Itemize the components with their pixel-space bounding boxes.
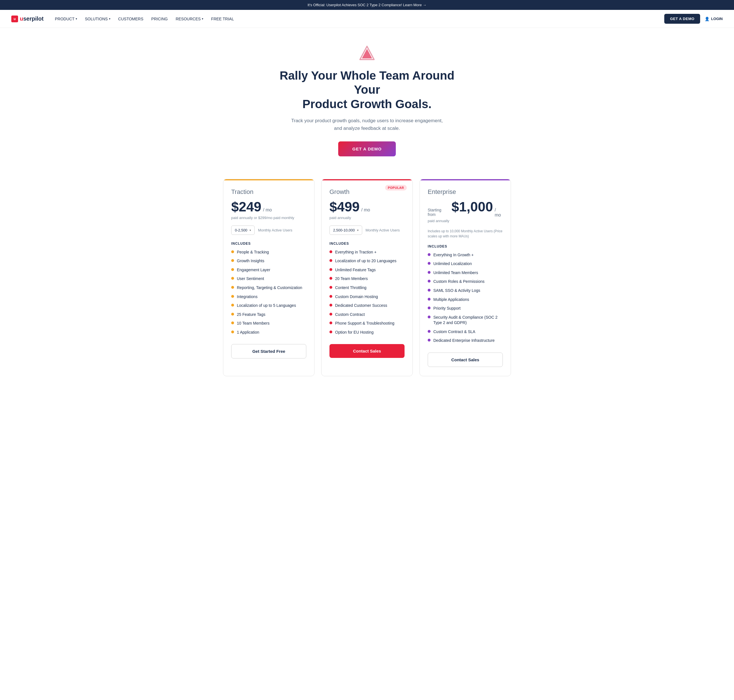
- nav-right: GET A DEMO 👤 LOGIN: [664, 14, 723, 24]
- price-amount: $499: [329, 199, 360, 215]
- feature-item: Everything in Traction +: [329, 250, 405, 255]
- bullet-dot: [329, 322, 332, 324]
- nav-customers[interactable]: CUSTOMERS: [118, 17, 143, 21]
- feature-item: Integrations: [231, 294, 306, 300]
- feature-text: Custom Contract: [335, 312, 365, 318]
- popular-badge: POPULAR: [385, 185, 407, 191]
- feature-item: 10 Team Members: [231, 321, 306, 326]
- nav-free-trial[interactable]: FREE TRIAL: [211, 17, 234, 21]
- feature-text: Content Throttling: [335, 285, 366, 291]
- feature-text: Unlimited Feature Tags: [335, 267, 376, 273]
- feature-item: Priority Support: [428, 306, 503, 311]
- includes-label: INCLUDES: [329, 242, 405, 246]
- bullet-dot: [428, 280, 431, 282]
- feature-text: Reporting, Targeting & Customization: [237, 285, 302, 291]
- hero-subtext: Track your product growth goals, nudge u…: [288, 117, 446, 132]
- pricing-section: Traction $249 / mo paid annually or $299…: [212, 168, 522, 393]
- feature-item: Dedicated Enterprise Infrastructure: [428, 338, 503, 344]
- feature-text: Engagement Layer: [237, 267, 270, 273]
- price-starting: Starting from: [428, 208, 449, 217]
- mau-value: 2,500-10,000: [333, 228, 355, 232]
- bullet-dot: [428, 330, 431, 333]
- feature-list: Everything In Growth + Unlimited Localiz…: [428, 252, 503, 344]
- price-note: paid annually or $299/mo paid monthly: [231, 216, 306, 220]
- feature-item: Engagement Layer: [231, 267, 306, 273]
- nav-resources[interactable]: RESOURCES ▾: [176, 17, 203, 21]
- feature-item: Growth Insights: [231, 258, 306, 264]
- feature-text: Custom Roles & Permissions: [433, 279, 484, 285]
- mau-selector: 2,500-10,000 ▾ Monthly Active Users: [329, 225, 405, 235]
- enterprise-note: Includes up to 10,000 Monthly Active Use…: [428, 229, 503, 239]
- feature-item: Reporting, Targeting & Customization: [231, 285, 306, 291]
- bullet-dot: [329, 331, 332, 333]
- feature-item: Localization of up to 20 Languages: [329, 258, 405, 264]
- pricing-card-traction: Traction $249 / mo paid annually or $299…: [223, 179, 315, 376]
- feature-text: Growth Insights: [237, 258, 264, 264]
- mau-dropdown[interactable]: 2,500-10,000 ▾: [329, 225, 362, 235]
- get-demo-button[interactable]: GET A DEMO: [664, 14, 700, 24]
- bullet-dot: [329, 259, 332, 262]
- plan-name: Traction: [231, 188, 306, 196]
- plan-cta-button[interactable]: Get Started Free: [231, 344, 306, 359]
- bullet-dot: [231, 304, 234, 307]
- price-note: paid annually: [329, 216, 405, 220]
- logo-text: userpilot: [20, 16, 44, 22]
- plan-price: $249 / mo: [231, 199, 306, 215]
- feature-item: Unlimited Localization: [428, 261, 503, 267]
- feature-text: Unlimited Team Members: [433, 270, 478, 276]
- feature-item: 1 Application: [231, 330, 306, 335]
- price-amount: $249: [231, 199, 262, 215]
- nav-solutions[interactable]: SOLUTIONS ▾: [85, 17, 110, 21]
- login-button[interactable]: 👤 LOGIN: [705, 17, 723, 21]
- bullet-dot: [329, 268, 332, 271]
- bullet-dot: [231, 322, 234, 324]
- bullet-dot: [231, 295, 234, 298]
- plan-cta-button[interactable]: Contact Sales: [428, 353, 503, 367]
- bullet-dot: [231, 259, 234, 262]
- feature-text: 10 Team Members: [237, 321, 269, 326]
- pricing-card-growth: POPULAR Growth $499 / mo paid annually 2…: [321, 179, 413, 376]
- plan-cta-button[interactable]: Contact Sales: [329, 344, 405, 358]
- feature-text: People & Tracking: [237, 250, 269, 255]
- feature-item: Option for EU Hosting: [329, 330, 405, 335]
- feature-item: Custom Roles & Permissions: [428, 279, 503, 285]
- chevron-down-icon: ▾: [76, 17, 77, 20]
- mau-value: 0-2,500: [235, 228, 247, 232]
- hero-heading: Rally Your Whole Team Around Your Produc…: [268, 69, 466, 111]
- bullet-dot: [231, 268, 234, 271]
- feature-text: Phone Support & Troubleshooting: [335, 321, 394, 326]
- feature-item: Content Throttling: [329, 285, 405, 291]
- feature-text: Multiple Applications: [433, 297, 469, 303]
- bullet-dot: [231, 331, 234, 333]
- bullet-dot: [329, 277, 332, 280]
- logo[interactable]: u userpilot: [11, 16, 44, 22]
- hero-cta-button[interactable]: GET A DEMO: [338, 141, 396, 156]
- price-note: paid annually: [428, 219, 503, 223]
- bullet-dot: [428, 307, 431, 309]
- feature-item: Custom Domain Hosting: [329, 294, 405, 300]
- feature-text: Security Audit & Compliance (SOC 2 Type …: [433, 315, 503, 326]
- feature-text: Everything In Growth +: [433, 252, 474, 258]
- feature-item: User Sentiment: [231, 276, 306, 282]
- nav-product[interactable]: PRODUCT ▾: [55, 17, 77, 21]
- plan-price: $499 / mo: [329, 199, 405, 215]
- feature-item: Localization of up to 5 Languages: [231, 303, 306, 309]
- mau-dropdown[interactable]: 0-2,500 ▾: [231, 225, 254, 235]
- main-nav: u userpilot PRODUCT ▾ SOLUTIONS ▾ CUSTOM…: [0, 10, 734, 28]
- feature-text: Option for EU Hosting: [335, 330, 374, 335]
- bullet-dot: [428, 289, 431, 291]
- chevron-down-icon: ▾: [250, 229, 251, 232]
- chevron-down-icon: ▾: [357, 229, 359, 232]
- feature-text: Custom Contract & SLA: [433, 329, 475, 335]
- announcement-text: It's Official: Userpilot Achieves SOC 2 …: [307, 3, 426, 7]
- feature-item: Unlimited Team Members: [428, 270, 503, 276]
- bullet-dot: [428, 253, 431, 256]
- bullet-dot: [231, 250, 234, 253]
- nav-pricing[interactable]: PRICING: [152, 17, 168, 21]
- plan-price: Starting from $1,000 / mo: [428, 199, 503, 218]
- feature-text: 1 Application: [237, 330, 259, 335]
- bullet-dot: [231, 277, 234, 280]
- bullet-dot: [428, 298, 431, 301]
- includes-label: INCLUDES: [231, 242, 306, 246]
- feature-item: Dedicated Customer Success: [329, 303, 405, 309]
